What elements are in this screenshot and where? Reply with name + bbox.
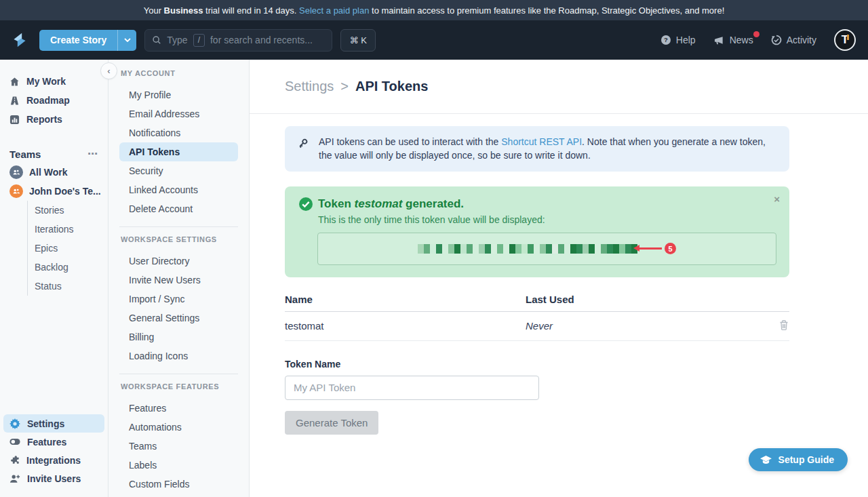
create-story-dropdown[interactable] [117,30,136,51]
sidebar-item-features[interactable]: Features [3,433,104,451]
sidebar-item-roadmap[interactable]: Roadmap [0,91,108,110]
settings-group-title: WORKSPACE SETTINGS [108,235,249,246]
token-display-note: This is the only time this token value w… [318,214,776,225]
settings-sidebar: MY ACCOUNT My Profile Email Addresses No… [108,60,250,497]
sidebar-item-my-work[interactable]: My Work [0,72,108,91]
settings-nav-import-sync[interactable]: Import / Sync [119,290,238,309]
news-notification-dot [753,31,760,37]
select-paid-plan-link[interactable]: Select a paid plan [299,5,369,16]
avatar-accent [847,35,849,40]
sidebar-item-label: Roadmap [26,95,70,106]
sidebar-item-team[interactable]: John Doe's Te... [0,182,108,201]
redacted-token-value [418,244,637,254]
settings-nav-general-settings[interactable]: General Settings [119,309,238,327]
settings-nav-delete-account[interactable]: Delete Account [119,199,238,218]
sidebar-item-invite-users[interactable]: Invite Users [3,469,104,488]
help-label: Help [676,35,696,45]
settings-nav-billing[interactable]: Billing [119,327,238,346]
help-button[interactable]: ? Help [660,35,696,45]
settings-group-title: MY ACCOUNT [108,69,249,80]
breadcrumb-settings[interactable]: Settings [285,79,334,94]
shortcut-rest-api-link[interactable]: Shortcut REST API [501,136,582,147]
sidebar-item-iterations[interactable]: Iterations [28,220,108,239]
settings-nav-invite-new-users[interactable]: Invite New Users [119,271,238,290]
settings-nav-automations[interactable]: Automations [119,418,238,437]
sidebar-bottom-group: Settings Features Integrations Invite Us… [0,414,108,488]
teams-header-label: Teams [9,148,41,160]
create-story-button[interactable]: Create Story [39,30,136,51]
tokens-table-header: Name Last Used [285,287,789,312]
breadcrumb: Settings > API Tokens [250,60,868,114]
question-circle-icon: ? [660,35,671,45]
teams-menu-button[interactable]: ⋯ [87,148,98,160]
banner-text: Your [144,5,164,16]
cmd-k-shortcut[interactable]: ⌘ K [340,29,376,52]
generate-token-button[interactable]: Generate Token [285,411,378,435]
teams-section-header: Teams ⋯ [0,145,108,163]
sidebar-item-stories[interactable]: Stories [28,201,108,220]
settings-nav-notifications[interactable]: Notifications [119,123,238,142]
settings-nav-email-addresses[interactable]: Email Addresses [119,104,238,123]
road-icon [9,96,20,106]
search-placeholder: for search and recents... [210,35,313,45]
user-avatar[interactable]: T [834,29,856,51]
shortcut-logo-icon[interactable] [9,30,30,50]
settings-nav-security[interactable]: Security [119,161,238,180]
sidebar-item-integrations[interactable]: Integrations [3,451,104,469]
chevron-down-icon [124,38,131,42]
workspace: My Work Roadmap Reports Teams ⋯ All Work… [0,60,868,497]
settings-nav-teams[interactable]: Teams [119,437,238,456]
info-text-1: API tokens can be used to interact with … [319,136,501,147]
settings-nav-labels[interactable]: Labels [119,456,238,475]
news-label: News [730,35,753,45]
annotation-arrow: 5 [639,243,676,254]
main-content: Settings > API Tokens API tokens can be … [250,60,868,497]
title-post: generated. [402,197,464,210]
settings-nav-custom-fields[interactable]: Custom Fields [119,475,238,494]
settings-nav-features[interactable]: Features [119,399,238,418]
banner-text-post: to maintain access to premium features l… [369,5,724,16]
divider [119,226,238,227]
all-work-label: All Work [29,167,68,178]
sidebar-item-label: Reports [26,114,62,125]
settings-nav-user-directory[interactable]: User Directory [119,252,238,271]
sidebar-item-backlog[interactable]: Backlog [28,258,108,277]
search-icon [152,35,161,45]
bar-chart-icon [9,115,20,125]
sidebar-item-epics[interactable]: Epics [28,239,108,258]
news-button[interactable]: News [713,35,753,45]
toggle-icon [9,438,20,445]
sidebar-item-label: My Work [26,76,66,87]
activity-icon [771,35,782,45]
sidebar-item-reports[interactable]: Reports [0,110,108,129]
token-name-input[interactable] [285,376,539,400]
sidebar-item-all-work[interactable]: All Work [0,163,108,182]
sidebar-item-settings[interactable]: Settings [3,414,104,433]
settings-nav-loading-icons[interactable]: Loading Icons [119,346,238,365]
setup-guide-button[interactable]: Setup Guide [749,448,848,471]
page-title: API Tokens [355,79,428,94]
divider [119,374,238,374]
column-header-actions [762,287,789,312]
sidebar-item-status[interactable]: Status [28,277,108,296]
close-icon[interactable]: × [774,193,780,205]
trash-icon[interactable] [778,319,789,331]
search-input[interactable]: Type / for search and recents... [144,29,332,52]
settings-nav-linked-accounts[interactable]: Linked Accounts [119,180,238,199]
settings-nav-api-tokens[interactable]: API Tokens [119,142,238,161]
trial-banner: Your Business trial will end in 14 days.… [0,0,868,20]
api-info-text: API tokens can be used to interact with … [319,135,777,163]
activity-button[interactable]: Activity [771,35,816,45]
all-work-avatar-icon [9,165,23,179]
gear-icon [9,418,20,429]
token-name-label: Token Name [285,359,789,370]
banner-plan: Business [164,5,203,16]
annotation-badge: 5 [665,243,676,254]
token-row-last-used: Never [526,311,762,340]
house-icon [9,77,20,87]
invite-users-label: Invite Users [27,473,81,484]
arrow-left-icon [639,247,662,250]
settings-nav-my-profile[interactable]: My Profile [119,85,238,104]
sidebar-collapse-button[interactable]: ‹ [100,62,117,79]
create-story-label: Create Story [39,30,117,51]
